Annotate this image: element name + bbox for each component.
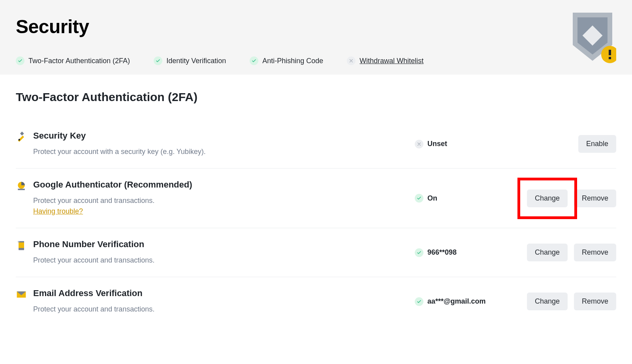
svg-rect-7: [18, 189, 25, 190]
page-header: Security Two-Factor Authentication (2FA)…: [0, 0, 632, 75]
item-content: Google Authenticator (Recommended)Protec…: [33, 180, 415, 217]
item-description: Protect your account with a security key…: [33, 146, 407, 157]
svg-point-5: [19, 139, 20, 141]
status-text: On: [427, 194, 437, 203]
check-icon: [415, 297, 423, 306]
status-label: Identity Verification: [166, 57, 226, 65]
item-description: Protect your account and transactions.Ha…: [33, 195, 407, 217]
x-icon: [347, 56, 356, 65]
check-icon: [415, 194, 423, 203]
check-icon: [16, 56, 24, 65]
status-label: Withdrawal Whitelist: [359, 57, 423, 65]
item-actions: ChangeRemove: [514, 293, 616, 310]
remove-button[interactable]: Remove: [574, 293, 616, 310]
item-content: Phone Number VerificationProtect your ac…: [33, 239, 415, 266]
item-status: On: [415, 194, 514, 203]
item-title: Phone Number Verification: [33, 239, 407, 250]
twofa-item-email: Email Address VerificationProtect your a…: [16, 277, 616, 326]
status-item-0: Two-Factor Authentication (2FA): [16, 56, 130, 65]
item-status: aa***@gmail.com: [415, 297, 514, 306]
twofa-item-google-auth: Google Authenticator (Recommended)Protec…: [16, 169, 616, 228]
svg-rect-3: [609, 57, 611, 59]
item-actions: ChangeRemove: [514, 244, 616, 261]
google-auth-icon: [16, 180, 33, 193]
change-button[interactable]: Change: [527, 293, 568, 310]
status-label: Two-Factor Authentication (2FA): [28, 57, 130, 65]
svg-rect-4: [20, 131, 24, 135]
x-icon: [415, 140, 423, 148]
status-item-3[interactable]: Withdrawal Whitelist: [347, 56, 423, 65]
item-title: Email Address Verification: [33, 288, 407, 298]
item-content: Security KeyProtect your account with a …: [33, 131, 415, 157]
status-text: Unset: [427, 140, 447, 148]
twofa-item-phone: Phone Number VerificationProtect your ac…: [16, 228, 616, 277]
item-actions: Enable: [514, 135, 616, 153]
status-label: Anti-Phishing Code: [262, 57, 323, 65]
change-button[interactable]: Change: [527, 244, 568, 261]
svg-rect-2: [609, 50, 611, 55]
item-actions: ChangeRemove: [514, 190, 616, 207]
email-icon: [16, 288, 33, 302]
check-icon: [250, 56, 258, 65]
status-item-2: Anti-Phishing Code: [250, 56, 323, 65]
section-title: Two-Factor Authentication (2FA): [16, 90, 616, 104]
twofa-item-security-key: Security KeyProtect your account with a …: [16, 120, 616, 169]
enable-button[interactable]: Enable: [578, 135, 616, 153]
item-title: Google Authenticator (Recommended): [33, 180, 407, 190]
check-icon: [415, 248, 423, 257]
status-item-1: Identity Verification: [154, 56, 226, 65]
item-status: Unset: [415, 140, 514, 148]
item-description: Protect your account and transactions.: [33, 255, 407, 266]
item-status: 966**098: [415, 248, 514, 257]
page-title: Security: [16, 16, 616, 38]
change-button[interactable]: Change: [527, 190, 568, 207]
remove-button[interactable]: Remove: [574, 190, 616, 207]
phone-icon: [16, 239, 33, 253]
shield-badge-icon: [569, 9, 616, 65]
twofa-section: Two-Factor Authentication (2FA) Security…: [0, 75, 632, 326]
status-text: aa***@gmail.com: [427, 297, 486, 306]
item-content: Email Address VerificationProtect your a…: [33, 288, 415, 315]
twofa-items-list: Security KeyProtect your account with a …: [16, 120, 616, 326]
item-description: Protect your account and transactions.: [33, 304, 407, 315]
remove-button[interactable]: Remove: [574, 244, 616, 261]
svg-rect-10: [18, 241, 19, 243]
help-link[interactable]: Having trouble?: [33, 207, 83, 215]
security-status-row: Two-Factor Authentication (2FA)Identity …: [16, 56, 616, 65]
check-icon: [154, 56, 162, 65]
security-key-icon: [16, 131, 33, 144]
status-text: 966**098: [427, 248, 457, 257]
svg-rect-9: [19, 242, 24, 248]
item-title: Security Key: [33, 131, 407, 141]
